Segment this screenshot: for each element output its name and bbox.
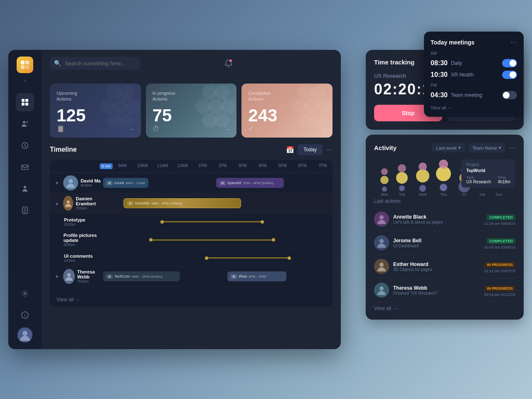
avatar-theresa [63, 269, 75, 284]
filter-week-label: Last week [436, 145, 457, 150]
avatar-theresa-action [374, 283, 389, 298]
action-item-theresa: Theresa Webb Finished "UX Research" IN P… [374, 278, 515, 302]
action-item-esther: Esther Howard 3D Objects for pages IN PR… [374, 255, 515, 278]
timeline-view-all[interactable]: View all → [57, 297, 326, 303]
timeline-row-david: ▼ David Ma 6h48m ⊕ Azure [50, 173, 332, 193]
user-time-david: 6h48m [81, 183, 101, 187]
clock-stat-icon: ⏱ [153, 125, 159, 133]
damien-bar-nuvomd[interactable]: ⊕ NuvoMD 9AM – 2PM (7h56m) [123, 198, 241, 208]
svg-point-43 [66, 200, 70, 204]
subtask-col-prototype: Prototype 2h35m [57, 215, 106, 229]
subtask-name-comments: UI comments [64, 254, 93, 259]
sidebar-item-grid[interactable] [16, 93, 34, 111]
action-task-theresa: Finished "UX Research" [393, 291, 480, 296]
svg-rect-3 [25, 65, 29, 69]
badge-esther: IN PROGRESS [484, 262, 515, 268]
action-time-jerome: 10:43 am 03/05/23 [484, 245, 515, 249]
action-meta-theresa: IN PROGRESS 03:34 pm 01/11/23 [484, 284, 515, 297]
david-bar-azure[interactable]: ⊕ Azure 8AM – 11AM [103, 178, 148, 188]
filter-week-button[interactable]: Last week ▾ [432, 143, 465, 153]
david-bar-spaceid[interactable]: ⊕ SpaceId 1PM – 4PM (3h48m) [216, 178, 284, 188]
meeting-toggle-1[interactable] [502, 59, 517, 67]
timeline-actions: 📅 Today ⋯ [286, 144, 332, 155]
meeting-toggle-3[interactable] [502, 91, 517, 99]
prototype-dot-right [261, 220, 264, 224]
svg-text:Wed: Wed [419, 192, 426, 197]
avatar-jerome-action [374, 235, 389, 250]
action-info-jerome: Jerome Bell UI Dashboard [393, 238, 480, 248]
app-container: › [8, 50, 341, 349]
stat-card-completed[interactable]: Completed Actions 243 ✓ → [241, 84, 332, 138]
chevron-david[interactable]: ▼ [55, 181, 59, 185]
chevron-damien[interactable]: ▲ [55, 201, 59, 206]
meeting-team: 04:30 Team meeting [431, 89, 517, 101]
calendar-icon[interactable]: 📅 [286, 146, 294, 154]
user-jerome: ▼ Jerome Bell 7h48m [53, 287, 103, 289]
irise-tag: ⊕ [231, 274, 237, 279]
action-task-esther: 3D Objects for pages [393, 267, 480, 272]
action-name-jerome: Jerome Bell [393, 238, 480, 244]
svg-point-59 [419, 163, 427, 171]
app-logo[interactable] [17, 57, 33, 73]
svg-text:Sat: Sat [479, 192, 485, 197]
meetings-view-all[interactable]: View all → [431, 105, 517, 110]
stat-card-upcoming[interactable]: Upcoming Actions 125 📋 → [50, 84, 141, 138]
meetings-more-icon[interactable]: ⋯ [510, 38, 517, 46]
svg-point-12 [24, 186, 26, 188]
svg-text:Sun: Sun [495, 192, 502, 197]
user-damien: ▲ Damien Erambert 7h56m [53, 193, 103, 213]
svg-marker-23 [124, 99, 141, 113]
theresa-bar-irise[interactable]: ⊕ iRise 3PM – 6PM [227, 271, 286, 281]
action-item-annette: Annette Black Let's talk & about us page… [374, 207, 515, 231]
svg-point-14 [24, 293, 26, 295]
svg-text:Mon: Mon [381, 192, 388, 197]
search-icon: 🔍 [54, 60, 61, 66]
activity-more-icon[interactable]: ⋯ [509, 144, 515, 152]
sidebar-item-people[interactable] [16, 115, 34, 133]
search-input[interactable] [50, 57, 140, 70]
user-avatar[interactable] [17, 328, 32, 342]
today-button[interactable]: Today [298, 144, 323, 155]
svg-point-83 [379, 263, 384, 267]
activity-view-all[interactable]: View all → [374, 305, 515, 311]
timeline-header: Timeline 📅 Today ⋯ [50, 144, 332, 155]
stats-row: Upcoming Actions 125 📋 → [42, 77, 341, 144]
timeline-more-icon[interactable]: ⋯ [326, 146, 332, 154]
chevron-theresa[interactable]: ▼ [55, 274, 59, 279]
profiles-bar-area [106, 232, 329, 248]
sidebar-item-settings[interactable] [16, 284, 34, 303]
meetings-title: Today meetings [431, 39, 475, 46]
meeting-xr: 10:30 XR Health [431, 69, 517, 81]
subtask-profiles: Profile pictures update 3h55m [50, 230, 332, 250]
time-11am: 11AM [153, 163, 172, 169]
action-time-esther: 02:12 pm 02/07/23 [484, 269, 515, 273]
filter-team-button[interactable]: Team Name ▾ [468, 143, 505, 153]
svg-rect-5 [25, 99, 28, 102]
tooltip-time-label: Time [498, 175, 510, 180]
svg-text:Tue: Tue [399, 192, 405, 197]
user-name-david: David Ma [81, 178, 101, 183]
subtask-time-prototype: 2h35m [64, 222, 85, 227]
user-name-damien: Damien Erambert [76, 196, 101, 206]
theresa-bar-techcom[interactable]: ⊕ TechCom 8AM – 2PM (4h26m) [103, 271, 180, 281]
sidebar-item-clock[interactable] [16, 136, 34, 155]
action-task-jerome: UI Dashboard [393, 244, 480, 248]
action-name-annette: Annette Black [393, 214, 480, 220]
sidebar-item-info[interactable] [16, 306, 34, 324]
svg-rect-2 [21, 65, 25, 69]
stat-card-inprogress[interactable]: In progress Actions 75 ⏱ → [146, 84, 237, 138]
sidebar-item-mail[interactable] [16, 158, 34, 176]
action-time-annette: 11:34 am 04/04/23 [484, 222, 515, 226]
comments-bar-area [106, 250, 329, 266]
svg-point-60 [419, 185, 426, 192]
sidebar-item-users[interactable] [16, 180, 34, 198]
period-pm: PM [431, 83, 517, 88]
activity-header: Activity Last week ▾ Team Name ▾ ⋯ [374, 143, 515, 153]
sidebar-item-file[interactable] [16, 201, 34, 219]
notification-button[interactable] [221, 56, 236, 71]
svg-point-9 [26, 121, 28, 123]
sidebar-expand-icon[interactable]: › [21, 76, 29, 85]
azure-tag: ⊕ [106, 181, 113, 185]
svg-rect-4 [22, 99, 25, 102]
meeting-toggle-2[interactable] [502, 71, 517, 79]
